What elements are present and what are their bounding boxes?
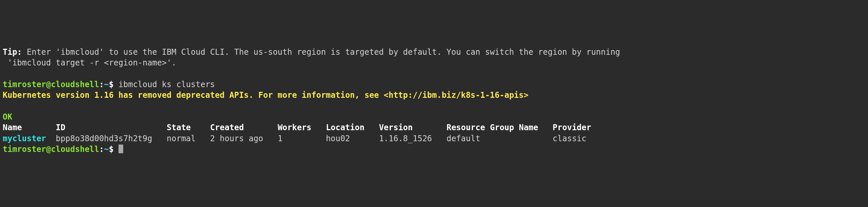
header-workers: Workers <box>278 123 311 132</box>
cursor-icon <box>119 145 123 153</box>
prompt-dollar-1: $ <box>109 80 119 89</box>
row-location: hou02 <box>326 134 350 143</box>
header-provider: Provider <box>553 123 591 132</box>
tip-line-1: Tip: Enter 'ibmcloud' to use the IBM Clo… <box>3 47 865 57</box>
prompt-dollar-2: $ <box>109 145 119 154</box>
row-provider: classic <box>553 134 586 143</box>
tip-text-1: Enter 'ibmcloud' to use the IBM Cloud CL… <box>22 48 620 57</box>
ok-line: OK <box>3 112 865 122</box>
header-version: Version <box>379 123 413 132</box>
blank-line-1 <box>3 68 865 79</box>
command-1: ibmcloud ks clusters <box>119 80 215 89</box>
table-row: mycluster bpp8o38d00hd3s7h2t9g normal 2 … <box>3 133 865 144</box>
header-id: ID <box>56 123 65 132</box>
header-state: State <box>166 123 191 132</box>
row-workers: 1 <box>278 134 282 143</box>
prompt-line-2[interactable]: timroster@cloudshell:~$ <box>3 144 865 155</box>
prompt-user-host-2: timroster@cloudshell <box>3 145 99 154</box>
tip-label: Tip: <box>3 48 22 57</box>
blank-line-2 <box>3 101 865 112</box>
row-resource-group: default <box>446 134 480 143</box>
row-version: 1.16.8_1526 <box>379 134 432 143</box>
prompt-line-1[interactable]: timroster@cloudshell:~$ ibmcloud ks clus… <box>3 79 865 90</box>
header-resource-group: Resource Group Name <box>446 123 538 132</box>
prompt-path-2: ~ <box>104 145 108 154</box>
tip-line-2: 'ibmcloud target -r <region-name>'. <box>3 57 865 68</box>
prompt-sep-1: : <box>99 80 104 89</box>
prompt-path-1: ~ <box>104 80 108 89</box>
prompt-sep-2: : <box>99 145 104 154</box>
header-location: Location <box>326 123 365 132</box>
header-created: Created <box>210 123 244 132</box>
row-state: normal <box>166 134 196 143</box>
row-created: 2 hours ago <box>210 134 263 143</box>
prompt-user-host-1: timroster@cloudshell <box>3 80 99 89</box>
row-id: bpp8o38d00hd3s7h2t9g <box>56 134 152 143</box>
row-name: mycluster <box>3 134 46 143</box>
header-name: Name <box>3 123 22 132</box>
warning-line: Kubernetes version 1.16 has removed depr… <box>3 90 865 100</box>
table-header-row: Name ID State Created Workers Location V… <box>3 122 865 133</box>
